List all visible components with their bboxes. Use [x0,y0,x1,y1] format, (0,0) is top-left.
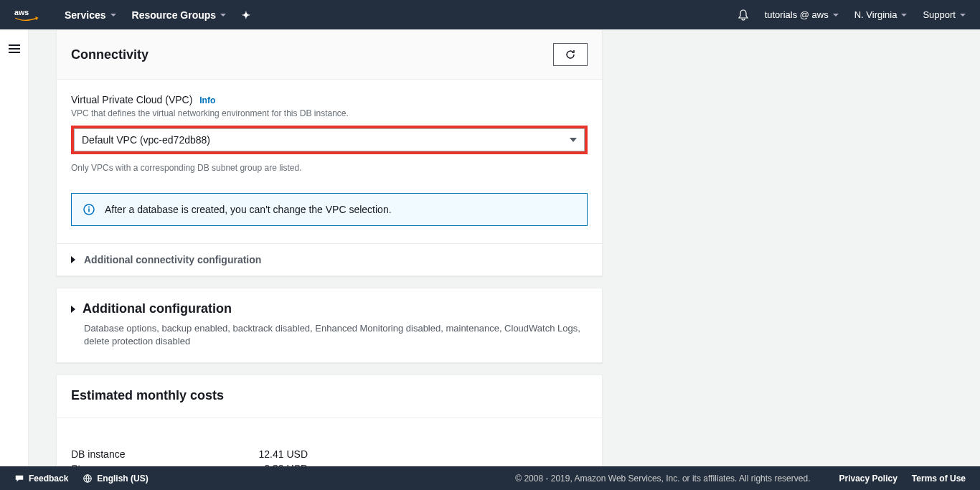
services-label: Services [65,9,106,21]
vpc-info-alert: After a database is created, you can't c… [71,193,588,226]
svg-text:aws: aws [14,8,29,17]
caret-down-icon [833,14,839,17]
account-menu[interactable]: tutorials @ aws [765,9,839,20]
caret-down-icon [110,14,116,17]
resource-groups-menu[interactable]: Resource Groups [132,9,226,21]
connectivity-title: Connectivity [71,47,149,62]
dropdown-caret-icon [570,138,577,142]
vpc-alert-text: After a database is created, you can't c… [105,204,392,215]
pin-button[interactable]: ✦ [242,9,250,21]
vpc-selected-value: Default VPC (vpc-ed72db88) [82,134,210,146]
additional-connectivity-label: Additional connectivity configuration [84,254,261,265]
cost-row: DB instance 12.41 USD [71,447,308,461]
caret-down-icon [901,14,907,17]
refresh-icon [565,49,576,60]
services-menu[interactable]: Services [65,9,116,21]
svg-point-2 [88,207,90,208]
additional-config-summary: Database options, backup enabled, backtr… [71,322,588,348]
estimated-costs-panel: Estimated monthly costs DB instance 12.4… [56,374,603,466]
additional-config-title: Additional configuration [83,301,232,316]
resource-groups-label: Resource Groups [132,9,216,21]
additional-config-toggle[interactable]: Additional configuration [71,301,588,316]
vpc-hint: VPC that defines the virtual networking … [71,108,588,118]
vpc-hint2: Only VPCs with a corresponding DB subnet… [71,163,588,173]
info-icon [83,204,95,215]
vpc-select[interactable]: Default VPC (vpc-ed72db88) [74,128,585,151]
additional-connectivity-toggle[interactable]: Additional connectivity configuration [57,243,602,275]
vpc-label: Virtual Private Cloud (VPC) [71,94,192,105]
cost-row: Storage 2.30 USD [71,461,308,466]
region-menu[interactable]: N. Virginia [854,9,908,20]
side-panel-toggle[interactable] [0,29,29,466]
pin-icon: ✦ [242,9,250,21]
vpc-select-highlight: Default VPC (vpc-ed72db88) [71,126,588,154]
connectivity-header: Connectivity [57,30,602,80]
vpc-info-link[interactable]: Info [199,95,215,105]
support-label: Support [923,9,956,20]
bell-icon [738,9,749,21]
estimated-costs-title: Estimated monthly costs [71,388,588,403]
expand-caret-icon [71,306,75,313]
caret-down-icon [220,14,226,17]
notifications-button[interactable] [738,9,749,21]
cost-label: DB instance [71,448,125,460]
expand-caret-icon [71,256,75,263]
support-menu[interactable]: Support [923,9,966,20]
region-label: N. Virginia [854,9,897,20]
refresh-button[interactable] [553,43,588,66]
cost-value: 12.41 USD [259,448,308,460]
caret-down-icon [960,14,966,17]
connectivity-panel: Connectivity Virtual Private Cloud (VPC)… [56,29,603,276]
hamburger-icon [9,42,20,55]
top-navigation: aws Services Resource Groups ✦ tutorials… [0,0,980,29]
cost-table: DB instance 12.41 USD Storage 2.30 USD T… [71,447,308,466]
aws-logo[interactable]: aws [14,6,43,24]
svg-rect-3 [88,209,90,212]
account-label: tutorials @ aws [765,9,829,20]
additional-config-panel: Additional configuration Database option… [56,288,603,363]
main-content: Connectivity Virtual Private Cloud (VPC)… [29,29,980,466]
